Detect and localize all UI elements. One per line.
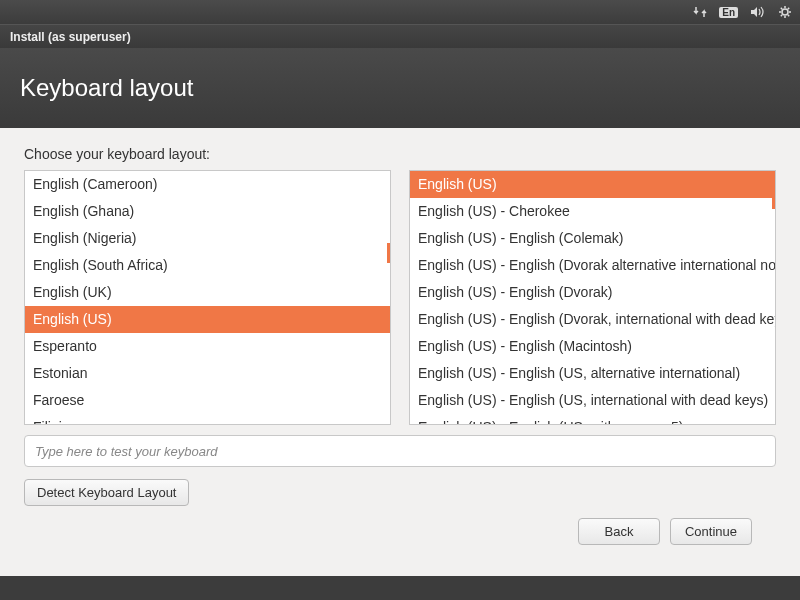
list-item[interactable]: English (US) - Cherokee [410, 198, 775, 225]
list-item[interactable]: English (US) - English (US, with euro on… [410, 414, 775, 425]
list-item[interactable]: Estonian [25, 360, 390, 387]
list-item[interactable]: English (US) - English (Dvorak, internat… [410, 306, 775, 333]
list-item[interactable]: English (South Africa) [25, 252, 390, 279]
list-item[interactable]: English (Cameroon) [25, 171, 390, 198]
window-title: Install (as superuser) [10, 30, 131, 44]
scrollbar-thumb[interactable] [387, 243, 391, 263]
scrollbar-thumb[interactable] [772, 171, 776, 209]
page-header: Keyboard layout [0, 48, 800, 128]
svg-point-0 [782, 9, 788, 15]
network-icon[interactable] [693, 5, 707, 19]
list-item[interactable]: English (US) - English (US, alternative … [410, 360, 775, 387]
list-item[interactable]: Esperanto [25, 333, 390, 360]
window-titlebar: Install (as superuser) [0, 24, 800, 48]
bottom-bar [0, 576, 800, 600]
footer-buttons: Back Continue [24, 506, 776, 545]
content-area: Choose your keyboard layout: English (Ca… [0, 128, 800, 576]
list-item[interactable]: English (US) [410, 171, 775, 198]
list-item[interactable]: English (US) - English (Dvorak) [410, 279, 775, 306]
list-item[interactable]: English (US) - English (Colemak) [410, 225, 775, 252]
page-title: Keyboard layout [20, 74, 193, 102]
list-item[interactable]: Filipino [25, 414, 390, 425]
back-button[interactable]: Back [578, 518, 660, 545]
keyboard-indicator[interactable]: En [719, 7, 738, 18]
keyboard-test-input[interactable] [24, 435, 776, 467]
list-item[interactable]: English (UK) [25, 279, 390, 306]
volume-icon[interactable] [750, 5, 766, 19]
choose-layout-label: Choose your keyboard layout: [24, 146, 776, 162]
continue-button[interactable]: Continue [670, 518, 752, 545]
detect-layout-button[interactable]: Detect Keyboard Layout [24, 479, 189, 506]
list-item[interactable]: English (US) - English (US, internationa… [410, 387, 775, 414]
variant-listbox[interactable]: English (US)English (US) - CherokeeEngli… [409, 170, 776, 425]
list-item[interactable]: English (Nigeria) [25, 225, 390, 252]
system-topbar: En [0, 0, 800, 24]
gear-icon[interactable] [778, 5, 792, 19]
list-item[interactable]: English (US) [25, 306, 390, 333]
layout-lists: English (Cameroon)English (Ghana)English… [24, 170, 776, 425]
list-item[interactable]: English (US) - English (Macintosh) [410, 333, 775, 360]
list-item[interactable]: English (US) - English (Dvorak alternati… [410, 252, 775, 279]
list-item[interactable]: English (Ghana) [25, 198, 390, 225]
language-listbox[interactable]: English (Cameroon)English (Ghana)English… [24, 170, 391, 425]
list-item[interactable]: Faroese [25, 387, 390, 414]
